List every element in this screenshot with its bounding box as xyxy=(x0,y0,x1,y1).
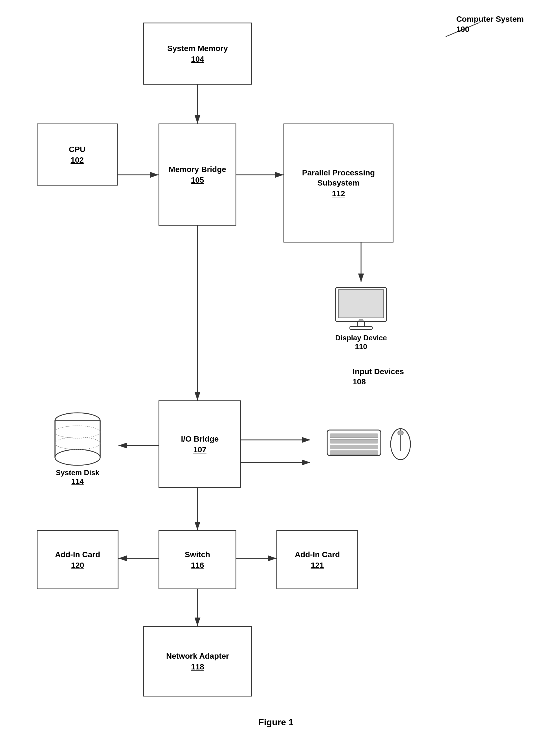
add-in-card-121-box: Add-In Card 121 xyxy=(276,530,358,589)
svg-rect-23 xyxy=(330,445,378,449)
diagram-container: Computer System 100 System Memory 104 CP… xyxy=(0,0,552,739)
add-in-card-120-number: 120 xyxy=(71,561,84,570)
parallel-processing-number: 112 xyxy=(332,189,345,198)
network-adapter-label: Network Adapter xyxy=(166,651,229,661)
system-disk-number: 114 xyxy=(72,477,84,486)
display-device-label: Display Device xyxy=(335,334,387,342)
svg-rect-22 xyxy=(330,439,378,443)
system-disk-label: System Disk xyxy=(56,468,100,477)
cpu-box: CPU 102 xyxy=(37,124,118,185)
system-memory-label: System Memory xyxy=(167,43,228,53)
svg-rect-16 xyxy=(338,290,384,318)
system-memory-box: System Memory 104 xyxy=(143,23,252,85)
switch-number: 116 xyxy=(191,561,204,570)
io-bridge-box: I/O Bridge 107 xyxy=(158,401,241,488)
cpu-number: 102 xyxy=(71,156,84,165)
svg-point-27 xyxy=(398,431,403,435)
system-disk-area: System Disk 114 xyxy=(37,395,119,496)
svg-rect-24 xyxy=(330,451,378,455)
io-bridge-label: I/O Bridge xyxy=(181,434,219,444)
system-memory-number: 104 xyxy=(191,55,204,64)
parallel-processing-box: Parallel Processing Subsystem 112 xyxy=(283,124,394,243)
memory-bridge-box: Memory Bridge 105 xyxy=(158,124,236,225)
add-in-card-121-label: Add-In Card xyxy=(295,550,340,560)
add-in-card-121-number: 121 xyxy=(311,561,324,570)
arrows-svg xyxy=(0,0,552,739)
svg-rect-18 xyxy=(350,326,372,329)
computer-system-label: Computer System 100 xyxy=(456,14,524,35)
io-bridge-number: 107 xyxy=(193,445,206,454)
memory-bridge-label: Memory Bridge xyxy=(169,164,226,174)
network-adapter-number: 118 xyxy=(191,662,204,671)
input-devices-area xyxy=(310,403,429,482)
svg-point-32 xyxy=(55,449,100,465)
add-in-card-120-box: Add-In Card 120 xyxy=(37,530,119,589)
svg-rect-19 xyxy=(359,319,363,321)
network-adapter-box: Network Adapter 118 xyxy=(143,626,252,697)
display-device-area: Display Device 110 xyxy=(310,282,412,355)
switch-label: Switch xyxy=(185,550,210,560)
svg-rect-21 xyxy=(330,434,378,438)
parallel-processing-label: Parallel Processing Subsystem xyxy=(284,168,393,188)
memory-bridge-number: 105 xyxy=(191,176,204,185)
display-device-number: 110 xyxy=(355,342,367,351)
switch-box: Switch 116 xyxy=(158,530,236,589)
cpu-label: CPU xyxy=(69,144,86,155)
figure-caption: Figure 1 xyxy=(0,717,552,728)
add-in-card-120-label: Add-In Card xyxy=(55,550,100,560)
input-devices-label: Input Devices 108 xyxy=(353,366,404,387)
